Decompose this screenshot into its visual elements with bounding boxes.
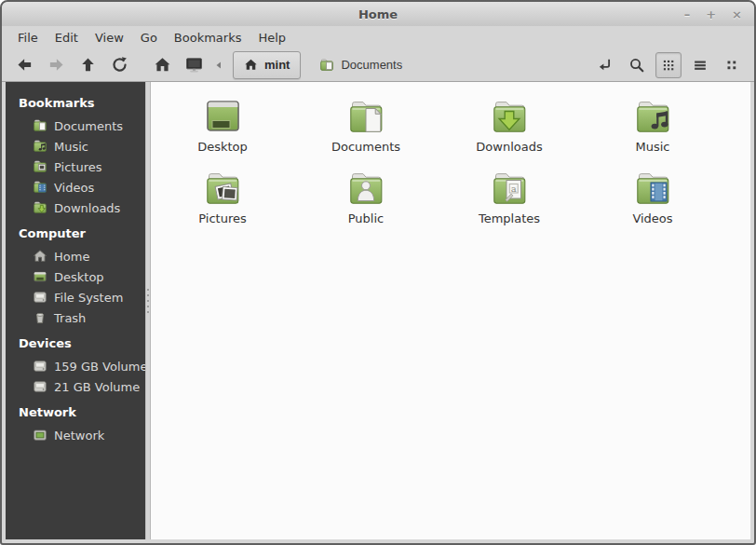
sidebar-item-home[interactable]: Home: [6, 246, 145, 266]
sidebar-section-network: Network: [6, 397, 145, 425]
breadcrumb-mint[interactable]: mint: [233, 51, 301, 79]
close-button[interactable]: ×: [732, 8, 742, 20]
sidebar-item-label: File System: [54, 291, 123, 305]
sidebar-item-label: Trash: [54, 311, 86, 325]
file-item-videos[interactable]: Videos: [607, 165, 698, 225]
compact-view-button[interactable]: [719, 52, 745, 78]
file-item-public[interactable]: Public: [320, 165, 412, 225]
content-area: Bookmarks Documents Music Pictures Video…: [6, 82, 750, 539]
file-label: Music: [636, 140, 670, 154]
sidebar-item-label: Downloads: [54, 201, 120, 215]
compact-view-icon: [723, 57, 740, 74]
back-button[interactable]: [11, 52, 37, 78]
maximize-button[interactable]: +: [706, 8, 716, 20]
location-edit-icon: [597, 57, 614, 74]
sidebar-item-label: Home: [54, 250, 89, 264]
computer-icon: [184, 56, 204, 75]
desktop-place-icon: [33, 269, 47, 284]
breadcrumb-collapse-button[interactable]: [212, 52, 225, 78]
home-place-icon: [33, 249, 47, 264]
file-item-documents[interactable]: Documents: [320, 93, 412, 154]
menu-item-bookmarks[interactable]: Bookmarks: [166, 29, 250, 47]
window-controls: – + ×: [684, 2, 742, 26]
harddisk-icon: [33, 379, 47, 394]
file-item-downloads[interactable]: Downloads: [464, 93, 555, 154]
sidebar-item-label: Music: [54, 140, 88, 154]
search-icon: [628, 57, 645, 74]
computer-button[interactable]: [181, 52, 207, 78]
forward-arrow-icon: [47, 56, 65, 74]
filesystem-icon: [33, 290, 47, 305]
breadcrumb: mint Documents: [233, 51, 413, 79]
sidebar-item-label: Desktop: [54, 270, 104, 284]
file-label: Downloads: [476, 140, 542, 154]
folder-downloads-icon: [33, 200, 47, 215]
folder-small-icon: [319, 58, 334, 73]
home-small-icon: [244, 58, 258, 72]
file-label: Public: [348, 211, 384, 225]
sidebar-item-label: Videos: [54, 181, 94, 195]
folder-videos-icon: [33, 180, 47, 195]
trash-icon: [33, 310, 47, 325]
minimize-button[interactable]: –: [684, 8, 691, 20]
network-icon: [33, 428, 47, 443]
grid-view-icon: [660, 57, 677, 74]
folder-pictures-icon: [33, 159, 47, 174]
sidebar-item-159-gb-volume[interactable]: 159 GB Volume: [6, 356, 145, 376]
folder-documents-icon: [33, 118, 47, 133]
file-label: Videos: [632, 211, 672, 225]
sidebar-section-devices: Devices: [6, 328, 145, 356]
sidebar-item-desktop[interactable]: Desktop: [6, 266, 145, 287]
grid-view-button[interactable]: [655, 52, 682, 78]
forward-button[interactable]: [43, 52, 69, 78]
menu-item-file[interactable]: File: [9, 29, 47, 47]
toolbar-nav-group: [11, 52, 225, 78]
menu-item-help[interactable]: Help: [250, 29, 294, 47]
breadcrumb-documents[interactable]: Documents: [308, 51, 413, 79]
sidebar-section-bookmarks: Bookmarks: [6, 88, 145, 116]
search-button[interactable]: [624, 52, 650, 78]
menu-item-edit[interactable]: Edit: [47, 29, 87, 47]
list-view-button[interactable]: [687, 52, 713, 78]
up-button[interactable]: [74, 52, 101, 78]
sidebar-item-downloads[interactable]: Downloads: [6, 198, 145, 218]
sidebar-item-videos[interactable]: Videos: [6, 177, 145, 198]
file-label: Desktop: [197, 140, 248, 154]
sidebar-item-documents[interactable]: Documents: [6, 116, 145, 136]
window: Home – + × FileEditViewGoBookmarksHelp m…: [0, 0, 756, 545]
folder-templates-large-icon: a: [487, 165, 532, 210]
file-item-pictures[interactable]: Pictures: [177, 165, 268, 225]
file-item-desktop[interactable]: Desktop: [177, 93, 268, 154]
chevron-left-icon: [214, 61, 223, 70]
list-view-icon: [692, 57, 709, 74]
home-icon: [154, 56, 171, 74]
refresh-button[interactable]: [106, 52, 132, 78]
folder-downloads-large-icon: [487, 93, 532, 138]
refresh-icon: [111, 56, 128, 74]
menubar: FileEditViewGoBookmarksHelp: [2, 26, 754, 48]
file-item-music[interactable]: Music: [607, 93, 698, 154]
breadcrumb-label: Documents: [341, 58, 402, 72]
sidebar-item-pictures[interactable]: Pictures: [6, 157, 145, 177]
home-button[interactable]: [149, 52, 175, 78]
sidebar-item-music[interactable]: Music: [6, 136, 145, 157]
sidebar-item-21-gb-volume[interactable]: 21 GB Volume: [6, 376, 145, 397]
sidebar-item-label: 159 GB Volume: [54, 360, 145, 374]
sidebar-item-file-system[interactable]: File System: [6, 287, 145, 307]
menu-item-go[interactable]: Go: [132, 29, 166, 47]
folder-pictures-large-icon: [200, 165, 245, 210]
svg-text:a: a: [511, 184, 517, 194]
sidebar-item-label: Pictures: [54, 160, 101, 174]
folder-documents-large-icon: [344, 93, 388, 138]
desktop-large-icon: [200, 93, 245, 138]
file-item-templates[interactable]: aTemplates: [464, 165, 555, 225]
location-entry-toggle-button[interactable]: [592, 52, 618, 78]
sidebar-item-trash[interactable]: Trash: [6, 307, 145, 328]
folder-music-large-icon: [630, 93, 675, 138]
sidebar: Bookmarks Documents Music Pictures Video…: [6, 82, 145, 539]
sidebar-item-network[interactable]: Network: [6, 425, 145, 445]
window-title: Home: [358, 7, 398, 21]
pane-splitter[interactable]: [145, 82, 151, 539]
menu-item-view[interactable]: View: [87, 29, 132, 47]
back-arrow-icon: [16, 56, 34, 74]
